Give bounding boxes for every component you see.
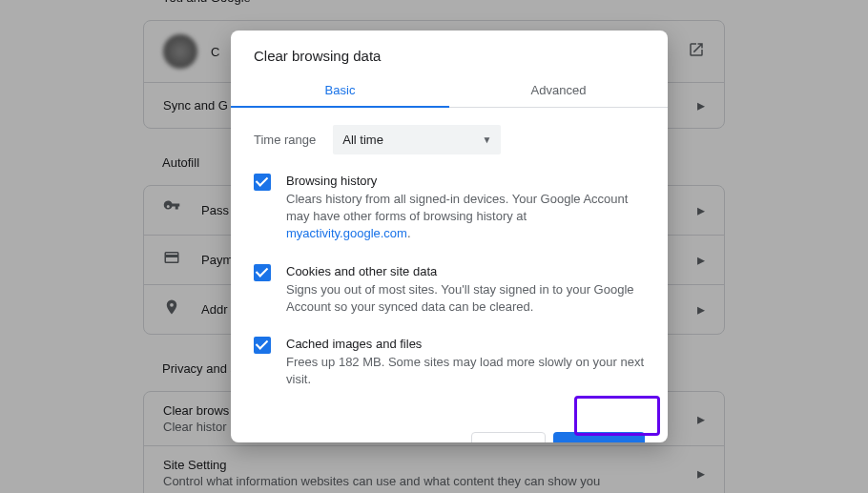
dialog-actions: Cancel Clear data — [231, 419, 668, 442]
time-range-value: All time — [342, 133, 383, 147]
clear-data-button[interactable]: Clear data — [553, 432, 645, 442]
tab-advanced[interactable]: Advanced — [449, 72, 668, 107]
option-title: Cached images and files — [286, 337, 645, 351]
myactivity-link[interactable]: myactivity.google.com — [286, 226, 407, 240]
clear-browsing-data-dialog: Clear browsing data Basic Advanced Time … — [231, 31, 668, 442]
option-cookies: Cookies and other site data Signs you ou… — [254, 264, 645, 316]
option-desc: Clears history from all signed-in device… — [286, 191, 645, 243]
time-range-row: Time range All time ▼ — [254, 125, 645, 154]
dialog-title: Clear browsing data — [231, 31, 668, 72]
dialog-body: Time range All time ▼ Browsing history C… — [231, 108, 668, 419]
checkbox-cache[interactable] — [254, 337, 271, 354]
time-range-select[interactable]: All time ▼ — [333, 125, 501, 154]
checkbox-browsing-history[interactable] — [254, 174, 271, 191]
option-title: Cookies and other site data — [286, 264, 645, 278]
option-desc: Frees up 182 MB. Some sites may load mor… — [286, 354, 645, 388]
option-browsing-history: Browsing history Clears history from all… — [254, 174, 645, 243]
chevron-down-icon: ▼ — [482, 134, 491, 145]
time-range-label: Time range — [254, 133, 316, 147]
dialog-tabs: Basic Advanced — [231, 72, 668, 108]
checkbox-cookies[interactable] — [254, 264, 271, 281]
option-desc: Signs you out of most sites. You'll stay… — [286, 281, 645, 316]
cancel-button[interactable]: Cancel — [471, 432, 546, 442]
tab-basic[interactable]: Basic — [231, 72, 449, 107]
option-cache: Cached images and files Frees up 182 MB.… — [254, 337, 645, 388]
option-title: Browsing history — [286, 174, 645, 188]
